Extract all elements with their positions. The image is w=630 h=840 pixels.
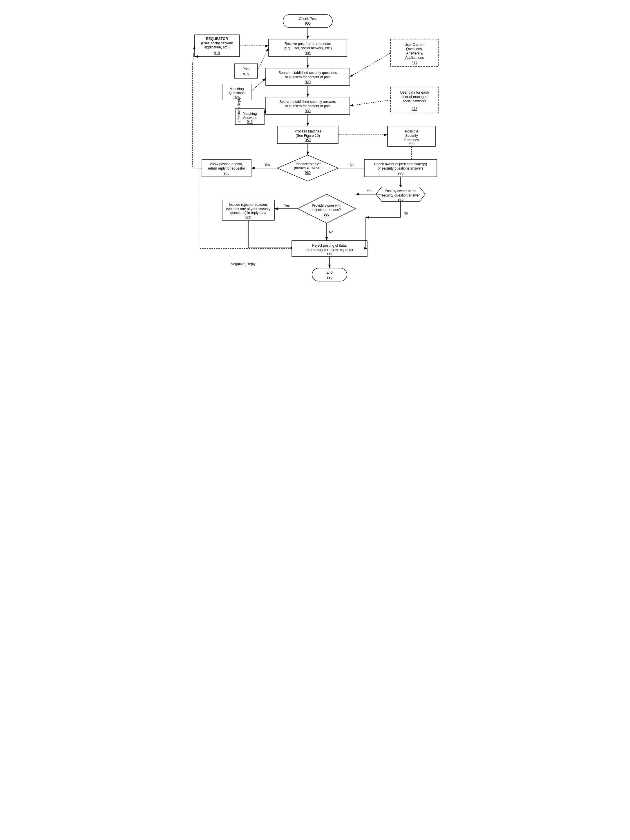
user-current-qa-label-4: Applications (405, 56, 424, 60)
usercurrentqa-to-searchq-arrow (350, 53, 390, 77)
provide-owner-id: 980 (324, 212, 329, 216)
possible-breaches-label-1: Possible (405, 129, 418, 133)
user-data-label-3: social networks (403, 99, 426, 103)
search-questions-label-2: of all users for content of post (285, 75, 331, 79)
post-by-owner-label-2: security question/answer (381, 193, 420, 197)
requestor-label-1: REQUESTOR (206, 37, 228, 41)
user-data-label-1: User data for each (400, 90, 429, 95)
provide-owner-label-1: Provide owner with (312, 204, 341, 208)
no-label-3: No (329, 230, 334, 234)
user-current-qa-label-3: Answers & (406, 51, 423, 55)
positive-reply-to-requestor-arrow (193, 46, 195, 64)
check-owner-label-2: of security questions/answers (378, 166, 423, 171)
userdata-to-searcha-arrow (350, 100, 390, 106)
check-owner-label-1: Check owner of post and owner(s) (374, 162, 427, 166)
negative-reply-label: (Negative) Reply (230, 262, 255, 266)
check-post-node (283, 14, 332, 28)
matchq-to-searchq-arrow (251, 78, 266, 91)
yes-label-3: Yes (284, 204, 290, 208)
include-rejection-id: 985 (245, 215, 251, 219)
user-data-label-2: user of managed (401, 95, 427, 99)
matching-answers-id: 940 (247, 120, 253, 124)
process-matches-id: 950 (305, 138, 311, 142)
post-by-owner-id: 975 (398, 197, 404, 201)
post-to-receive-arrow (258, 48, 269, 71)
matching-answers-label-2: Answers (243, 116, 256, 120)
post-label: Post (242, 67, 250, 71)
flowchart-container: Check Post 900 Receive post from a reque… (184, 6, 446, 372)
search-questions-id: 920 (305, 80, 311, 84)
search-answers-label-2: of all users for content of post (285, 104, 331, 108)
check-owner-id: 970 (398, 171, 404, 175)
receive-post-id: 905 (305, 51, 311, 55)
post-id: 915 (243, 72, 249, 76)
reject-posting-id: 990 (327, 251, 332, 255)
reject-posting-label-1: Reject posting of data, (312, 243, 347, 248)
check-post-label: Check Post (299, 17, 317, 21)
matching-questions-label-2: Questions (229, 91, 245, 95)
allow-posting-label-2: return reply to requestor (208, 166, 245, 171)
include-rejection-label-3: questions) in reply data (230, 211, 266, 215)
end-label: End (326, 270, 332, 275)
no-label-2: No (404, 211, 408, 215)
user-data-id: 875 (412, 107, 417, 111)
include-rejection-label-1: Include rejection reasons (229, 203, 268, 207)
provide-owner-label-2: rejection reasons? (312, 208, 341, 212)
post-acceptable-id: 960 (305, 171, 311, 175)
post-acceptable-label-1: Post acceptable? (294, 162, 321, 166)
receive-post-label-2: (e.g., user, social network, etc.) (284, 46, 332, 50)
user-current-qa-id: 475 (412, 61, 417, 65)
matching-questions-label-1: Matching (230, 87, 244, 91)
post-acceptable-label-2: (breach = FALSE) (294, 166, 322, 170)
user-current-qa-label-1: User Current (405, 43, 425, 47)
yes-label-2: Yes (367, 189, 372, 193)
user-current-qa-label-2: Questions, (406, 47, 423, 51)
search-answers-label-1: Search established security answers (280, 100, 336, 104)
allow-posting-label-1: Allow posting of data, (210, 162, 243, 166)
post-by-owner-label-1: Post by owner of the (385, 189, 416, 193)
requestor-label-3: application, etc.) (204, 45, 230, 49)
search-answers-id: 930 (305, 109, 311, 113)
possible-breaches-label-2: Security (405, 134, 418, 138)
possible-breaches-id: 955 (409, 141, 415, 145)
process-matches-label-2: (See Figure 10) (296, 134, 320, 138)
include-rejection-label-2: (violates one of your security (226, 207, 271, 211)
receive-post-label-1: Receive post from a requestor (285, 42, 331, 46)
end-id: 995 (327, 275, 332, 279)
allow-posting-id: 965 (224, 171, 230, 175)
requestor-id: 910 (214, 51, 220, 55)
yes-label-1: Yes (264, 163, 270, 167)
check-post-id: 900 (305, 21, 311, 25)
matching-answers-label-1: Matching (243, 112, 257, 116)
positive-reply-label: (Positive) Reply (237, 97, 241, 122)
requestor-label-2: (user, social network (201, 41, 233, 45)
process-matches-label-1: Process Matches (294, 129, 321, 133)
search-questions-label-1: Search established security questions (279, 71, 337, 75)
no-label-1: No (350, 163, 355, 167)
